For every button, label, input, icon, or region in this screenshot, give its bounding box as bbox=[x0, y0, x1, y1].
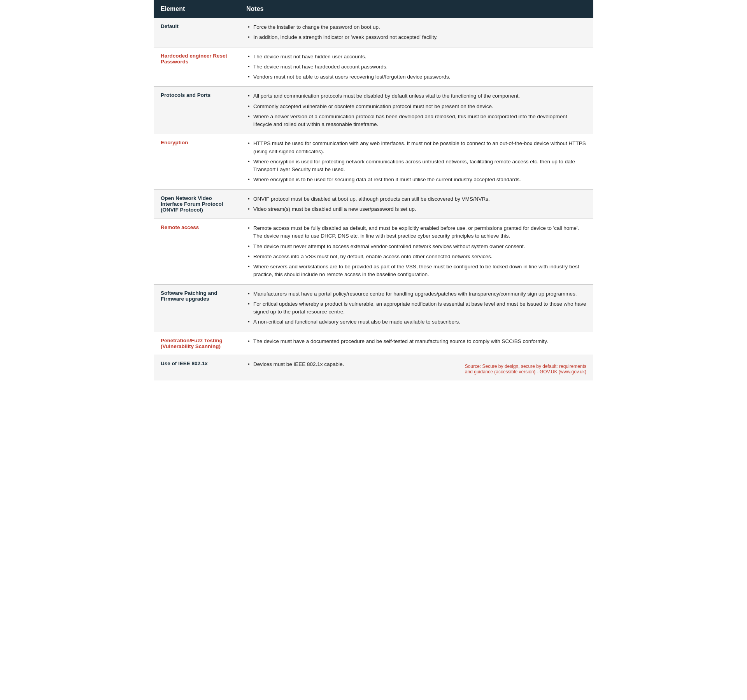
element-cell: Remote access bbox=[154, 219, 239, 285]
list-item: All ports and communication protocols mu… bbox=[246, 92, 586, 100]
notes-cell: Force the installer to change the passwo… bbox=[239, 18, 593, 47]
list-item: HTTPS must be used for communication wit… bbox=[246, 140, 586, 156]
security-requirements-table: Element Notes DefaultForce the installer… bbox=[154, 0, 593, 380]
list-item: Commonly accepted vulnerable or obsolete… bbox=[246, 103, 586, 110]
table-row: EncryptionHTTPS must be used for communi… bbox=[154, 134, 593, 189]
notes-cell: Manufacturers must have a portal policy/… bbox=[239, 284, 593, 332]
source-note: Source: Secure by design, secure by defa… bbox=[462, 364, 586, 374]
notes-cell: ONVIF protocol must be disabled at boot … bbox=[239, 189, 593, 219]
element-cell: Open Network Video Interface Forum Proto… bbox=[154, 189, 239, 219]
notes-list: The device must have a documented proced… bbox=[246, 338, 586, 345]
list-item: Manufacturers must have a portal policy/… bbox=[246, 290, 586, 298]
element-cell: Protocols and Ports bbox=[154, 87, 239, 134]
list-item: Video stream(s) must be disabled until a… bbox=[246, 205, 586, 213]
table-row: Hardcoded engineer Reset PasswordsThe de… bbox=[154, 47, 593, 87]
list-item: The device must never attempt to access … bbox=[246, 243, 586, 250]
notes-list: Manufacturers must have a portal policy/… bbox=[246, 290, 586, 326]
table-row: Software Patching and Firmware upgradesM… bbox=[154, 284, 593, 332]
notes-list: The device must not have hidden user acc… bbox=[246, 53, 586, 81]
notes-cell: The device must not have hidden user acc… bbox=[239, 47, 593, 87]
list-item: Where servers and workstations are to be… bbox=[246, 263, 586, 279]
list-item: Where encryption is to be used for secur… bbox=[246, 176, 586, 184]
table-row: Remote accessRemote access must be fully… bbox=[154, 219, 593, 285]
table-row: Open Network Video Interface Forum Proto… bbox=[154, 189, 593, 219]
notes-cell: Remote access must be fully disabled as … bbox=[239, 219, 593, 285]
list-item: Remote access must be fully disabled as … bbox=[246, 224, 586, 240]
header-notes: Notes bbox=[239, 0, 593, 18]
notes-list: HTTPS must be used for communication wit… bbox=[246, 140, 586, 184]
list-item: A non-critical and functional advisory s… bbox=[246, 318, 586, 326]
notes-cell: All ports and communication protocols mu… bbox=[239, 87, 593, 134]
table-row: Penetration/Fuzz Testing (Vulnerability … bbox=[154, 332, 593, 355]
notes-list: Remote access must be fully disabled as … bbox=[246, 224, 586, 279]
list-item: Force the installer to change the passwo… bbox=[246, 23, 586, 31]
table-row: Use of IEEE 802.1xDevices must be IEEE 8… bbox=[154, 355, 593, 380]
notes-list: ONVIF protocol must be disabled at boot … bbox=[246, 195, 586, 214]
element-cell: Hardcoded engineer Reset Passwords bbox=[154, 47, 239, 87]
notes-cell: Devices must be IEEE 802.1x capable.Sour… bbox=[239, 355, 593, 380]
list-item: Where a newer version of a communication… bbox=[246, 113, 586, 129]
list-item: For critical updates whereby a product i… bbox=[246, 300, 586, 316]
table-row: Protocols and PortsAll ports and communi… bbox=[154, 87, 593, 134]
list-item: Vendors must not be able to assist users… bbox=[246, 73, 586, 81]
list-item: The device must not have hidden user acc… bbox=[246, 53, 586, 61]
table-row: DefaultForce the installer to change the… bbox=[154, 18, 593, 47]
list-item: ONVIF protocol must be disabled at boot … bbox=[246, 195, 586, 203]
list-item: Devices must be IEEE 802.1x capable. bbox=[246, 360, 344, 368]
list-item: Where encryption is used for protecting … bbox=[246, 158, 586, 174]
notes-list: Devices must be IEEE 802.1x capable. bbox=[246, 360, 344, 368]
notes-list: Force the installer to change the passwo… bbox=[246, 23, 586, 42]
notes-cell: The device must have a documented proced… bbox=[239, 332, 593, 355]
element-cell: Encryption bbox=[154, 134, 239, 189]
list-item: In addition, include a strength indicato… bbox=[246, 33, 586, 41]
list-item: The device must not have hardcoded accou… bbox=[246, 63, 586, 71]
header-element: Element bbox=[154, 0, 239, 18]
element-cell: Default bbox=[154, 18, 239, 47]
element-cell: Software Patching and Firmware upgrades bbox=[154, 284, 239, 332]
notes-cell: HTTPS must be used for communication wit… bbox=[239, 134, 593, 189]
table-header-row: Element Notes bbox=[154, 0, 593, 18]
element-cell: Use of IEEE 802.1x bbox=[154, 355, 239, 380]
element-cell: Penetration/Fuzz Testing (Vulnerability … bbox=[154, 332, 239, 355]
notes-list: All ports and communication protocols mu… bbox=[246, 92, 586, 128]
list-item: Remote access into a VSS must not, by de… bbox=[246, 253, 586, 261]
list-item: The device must have a documented proced… bbox=[246, 338, 586, 345]
